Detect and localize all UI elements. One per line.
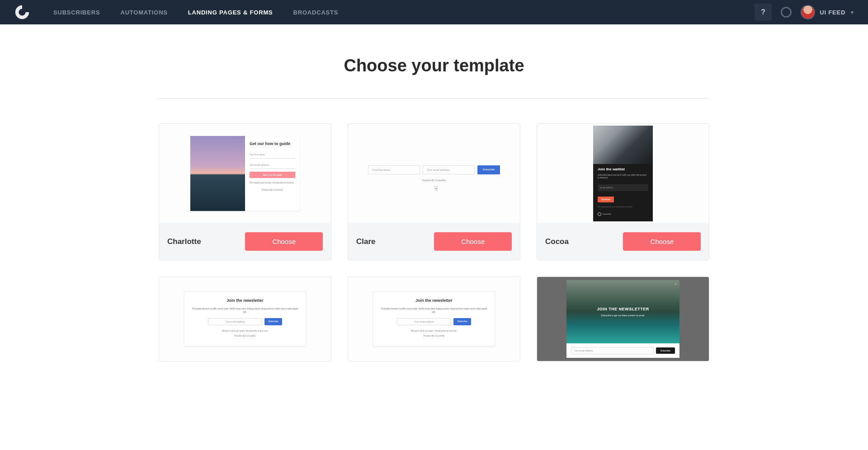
chevron-down-icon: ▼ xyxy=(850,10,854,15)
status-circle-icon[interactable] xyxy=(781,7,792,18)
preview-thumbnail: Join the newsletter Fruitcake dessert so… xyxy=(184,291,306,347)
preview-thumbnail: Join the waitlist Subscribe below and we… xyxy=(593,126,653,221)
preview-powered: Powered By ConvertKit xyxy=(366,179,502,182)
template-card[interactable]: Join the newsletter Fruitcake dessert so… xyxy=(159,277,331,361)
preview-form-row: Your email address Subscribe xyxy=(380,318,488,325)
template-preview: Join the waitlist Subscribe below and we… xyxy=(537,124,709,223)
template-name: Cocoa xyxy=(545,237,569,246)
preview-button: Subscribe xyxy=(264,318,282,325)
preview-button: Send me the guide xyxy=(250,172,295,178)
template-card-charlotte[interactable]: Get our how to guide Your first name You… xyxy=(159,123,331,260)
template-card-clare[interactable]: Your first name Your email address Subsc… xyxy=(348,123,520,260)
header-left: SUBSCRIBERS AUTOMATIONS LANDING PAGES & … xyxy=(14,4,338,21)
cursor-icon: ☟ xyxy=(434,185,438,192)
preview-thumbnail: × JOIN THE NEWSLETTER Subscribe to get o… xyxy=(566,280,679,358)
preview-spam: We won't send you spam. Unsubscribe at a… xyxy=(191,330,299,332)
nav-landing-pages-forms[interactable]: LANDING PAGES & FORMS xyxy=(188,9,273,16)
preview-content: Join the waitlist Subscribe below and we… xyxy=(593,126,653,220)
preview-title: JOIN THE NEWSLETTER xyxy=(597,307,649,311)
template-card[interactable]: Join the newsletter Fruitcake dessert so… xyxy=(348,277,520,361)
preview-hero-image xyxy=(190,136,245,211)
preview-input: Your email address xyxy=(397,318,451,325)
preview-input: Your email address xyxy=(208,318,262,325)
page-title: Choose your template xyxy=(0,56,868,75)
preview-form-row: Your email address Subscribe xyxy=(566,343,679,358)
preview-thumbnail-wrap: × JOIN THE NEWSLETTER Subscribe to get o… xyxy=(537,277,709,361)
preview-input: Your email address xyxy=(423,165,475,174)
preview-powered: Powered By ConvertKit xyxy=(191,335,299,337)
preview-body: Fruitcake dessert soufflé carrot cake. M… xyxy=(380,307,488,314)
template-preview: × JOIN THE NEWSLETTER Subscribe to get o… xyxy=(537,277,709,361)
user-label: UI FEED xyxy=(820,9,845,16)
preview-thumbnail: Join the newsletter Fruitcake dessert so… xyxy=(373,291,495,347)
template-preview: Join the newsletter Fruitcake dessert so… xyxy=(159,277,331,361)
templates-grid: Get our how to guide Your first name You… xyxy=(159,123,709,361)
nav-automations[interactable]: AUTOMATIONS xyxy=(120,9,167,16)
preview-input: Your email address xyxy=(571,347,654,354)
template-name: Charlotte xyxy=(167,237,201,246)
preview-title: Join the newsletter xyxy=(191,298,299,303)
preview-input: Your first name xyxy=(368,165,420,174)
help-button[interactable]: ? xyxy=(755,4,772,21)
nav-subscribers[interactable]: SUBSCRIBERS xyxy=(53,9,100,16)
choose-button[interactable]: Choose xyxy=(434,232,512,251)
preview-button: Subscribe xyxy=(477,165,500,174)
preview-input: Your email address xyxy=(250,161,295,169)
template-footer: Charlotte Choose xyxy=(159,223,331,260)
template-card-cocoa[interactable]: Join the waitlist Subscribe below and we… xyxy=(537,123,709,260)
preview-button: Download xyxy=(598,197,614,202)
preview-button: Subscribe xyxy=(656,347,675,354)
template-footer: Cocoa Choose xyxy=(537,223,709,260)
choose-button[interactable]: Choose xyxy=(623,232,701,251)
template-preview: Your first name Your email address Subsc… xyxy=(348,124,520,223)
preview-powered: Powered By ConvertKit xyxy=(380,335,488,337)
template-name: Clare xyxy=(356,237,376,246)
preview-brand-text: ConvertKit xyxy=(603,213,611,215)
preview-subtitle: Subscribe below and we'll notify you whe… xyxy=(598,174,648,180)
avatar xyxy=(801,5,815,19)
header-right: ? UI FEED ▼ xyxy=(755,4,854,21)
template-card[interactable]: × JOIN THE NEWSLETTER Subscribe to get o… xyxy=(537,277,709,361)
preview-form-row: Your email address Subscribe xyxy=(191,318,299,325)
preview-title: Join the newsletter xyxy=(380,298,488,303)
preview-title: Join the waitlist xyxy=(598,167,648,171)
app-header: SUBSCRIBERS AUTOMATIONS LANDING PAGES & … xyxy=(0,0,868,24)
preview-thumbnail: Get our how to guide Your first name You… xyxy=(190,136,300,211)
nav-broadcasts[interactable]: BROADCASTS xyxy=(293,9,339,16)
preview-spam: We won't send you spam. Unsubscribe at a… xyxy=(380,330,488,332)
preview-input: Your first name xyxy=(250,151,295,159)
preview-thumbnail: Your first name Your email address Subsc… xyxy=(366,165,502,182)
preview-brand: ConvertKit xyxy=(598,212,648,216)
preview-powered: Powered By ConvertKit xyxy=(250,189,295,191)
preview-title: Get our how to guide xyxy=(250,141,295,146)
app-logo[interactable] xyxy=(14,4,31,21)
preview-form: Get our how to guide Your first name You… xyxy=(245,136,300,211)
preview-privacy: We respect your privacy. Unsubscribe at … xyxy=(598,206,648,208)
template-preview: Join the newsletter Fruitcake dessert so… xyxy=(348,277,520,361)
close-icon: × xyxy=(675,282,677,286)
preview-privacy: We respect your privacy. Unsubscribe at … xyxy=(250,182,295,184)
divider xyxy=(159,98,709,98)
preview-input: Email address xyxy=(598,184,648,191)
logo-icon xyxy=(14,4,31,21)
preview-button: Subscribe xyxy=(453,318,471,325)
user-menu[interactable]: UI FEED ▼ xyxy=(801,5,854,19)
template-preview: Get our how to guide Your first name You… xyxy=(159,124,331,223)
preview-form-row: Your first name Your email address Subsc… xyxy=(366,165,502,174)
preview-subtitle: Subscribe to get our latest content by e… xyxy=(601,314,645,317)
preview-hero: × JOIN THE NEWSLETTER Subscribe to get o… xyxy=(566,280,679,343)
main-nav: SUBSCRIBERS AUTOMATIONS LANDING PAGES & … xyxy=(53,9,338,16)
choose-button[interactable]: Choose xyxy=(245,232,323,251)
preview-body: Fruitcake dessert soufflé carrot cake. M… xyxy=(191,307,299,314)
template-footer: Clare Choose xyxy=(348,223,520,260)
